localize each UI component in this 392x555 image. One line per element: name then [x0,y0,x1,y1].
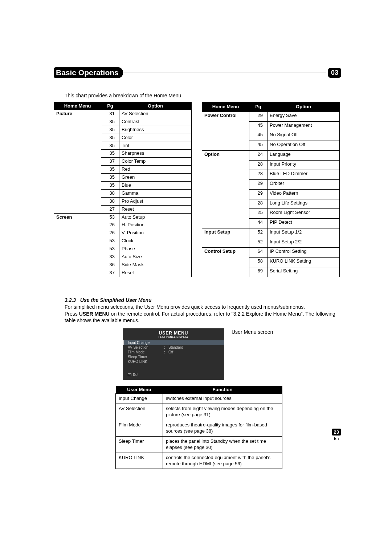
table-pg: 45 [249,131,268,141]
table-option: Input Setup 1/2 [268,228,340,238]
screen-caption: User Menu screen [232,328,273,335]
table-pg: 35 [101,142,119,150]
page-number: 23 [332,429,341,436]
user-menu-item: Input Change [123,340,224,345]
user-menu-exit: •Exit [128,373,224,376]
user-menu-name: Input Change [116,394,163,404]
table-pg: 27 [101,205,119,213]
col-pg: Pg [101,102,119,110]
table-option: Clock [119,237,192,245]
col-option: Option [119,102,192,110]
table-option: KURO LINK Setting [268,258,340,267]
intro-text: This chart provides a breakdown of the H… [65,93,341,98]
user-menu-item: Film Mode:Off [123,350,224,355]
table-pg: 44 [249,219,268,228]
table-pg: 24 [249,150,268,160]
table-pg: 28 [249,199,268,209]
col-home-menu: Home Menu [202,102,249,112]
table-option: AV Selection [119,110,192,118]
table-pg: 33 [101,253,119,261]
user-menu-function: switches external input sources [163,394,282,404]
table-category: Option [202,150,249,228]
table-row: Input Changeswitches external input sour… [116,394,282,404]
page-footer: 23 En [332,429,341,441]
table-pg: 29 [249,189,268,199]
table-category: Control Setup [202,248,249,277]
user-menu-name: AV Selection [116,404,163,420]
section-title: Basic Operations [54,67,123,78]
table-option: Language [268,150,340,160]
table-option: Input Priority [268,160,340,170]
table-option: Video Pattern [268,189,340,199]
table-pg: 58 [249,258,268,267]
table-option: Brightness [119,126,192,134]
table-option: Long Life Settings [268,199,340,209]
col-option: Option [268,102,340,112]
table-option: Energy Save [268,112,340,121]
table-option: Blue LED Dimmer [268,170,340,180]
table-pg: 28 [249,160,268,170]
table-option: No Signal Off [268,131,340,141]
table-pg: 53 [101,213,119,221]
col-home-menu: Home Menu [54,102,101,110]
table-option: PIP Detect [268,219,340,228]
table-row: KURO LINKcontrols the connected equipmen… [116,453,282,469]
table-option: Room Light Sensor [268,209,340,219]
table-row: Sleep Timerplaces the panel into Standby… [116,436,282,453]
user-menu-subtitle: FLAT PANEL DISPLAY [123,336,224,338]
table-category: Picture [54,110,101,214]
table-pg: 35 [101,126,119,134]
table-option: Auto Size [119,253,192,261]
table-pg: 37 [101,158,119,166]
table-option: Color [119,134,192,142]
table-pg: 52 [249,228,268,238]
table-pg: 52 [249,238,268,248]
table-option: Sharpness [119,150,192,158]
chapter-badge: 03 [328,68,341,78]
col-function: Function [163,386,282,394]
table-pg: 26 [101,221,119,229]
user-menu-name: KURO LINK [116,453,163,469]
table-row: Film Modereproduces theatre-quality imag… [116,420,282,437]
table-pg: 35 [101,166,119,174]
table-pg: 36 [101,261,119,269]
user-menu-item: AV Selection:Standard [123,345,224,350]
table-pg: 29 [249,180,268,190]
user-menu-title: USER MENU [123,328,224,336]
page-lang: En [332,436,341,441]
table-option: Orbiter [268,180,340,190]
subsection-para2: Press USER MENU on the remote control. F… [65,311,341,324]
section-header: Basic Operations 03 [54,67,341,78]
user-menu-name: Sleep Timer [116,436,163,453]
table-option: IP Control Setting [268,248,340,258]
user-menu-function: reproduces theatre-quality images for fi… [163,420,282,437]
table-option: Pro Adjust [119,197,192,205]
table-option: Green [119,174,192,182]
table-pg: 35 [101,182,119,190]
header-rule [123,73,326,73]
table-option: H. Position [119,221,192,229]
table-pg: 31 [101,110,119,118]
subsection-heading: 3.2.3 Use the Simplified User Menu [65,297,341,303]
table-option: V. Position [119,229,192,237]
table-pg: 35 [101,118,119,126]
user-menu-item: Sleep Timer [123,355,224,359]
table-pg: 35 [101,134,119,142]
table-option: Side Mask [119,261,192,269]
table-row: AV Selectionselects from eight viewing m… [116,404,282,420]
table-category: Input Setup [202,228,249,248]
col-user-menu: User Menu [116,386,163,394]
table-category: Power Control [202,112,249,150]
table-option: Color Temp [119,158,192,166]
table-option: Blue [119,182,192,190]
table-pg: 35 [101,174,119,182]
table-pg: 45 [249,141,268,151]
table-option: Serial Setting [268,267,340,277]
user-menu-function: selects from eight viewing modes dependi… [163,404,282,420]
table-option: Contrast [119,118,192,126]
user-menu-item: KURO LINK [123,359,224,364]
table-pg: 35 [101,150,119,158]
table-pg: 25 [249,209,268,219]
col-pg: Pg [249,102,268,112]
user-menu-screenshot: USER MENU FLAT PANEL DISPLAY Input Chang… [123,328,224,380]
